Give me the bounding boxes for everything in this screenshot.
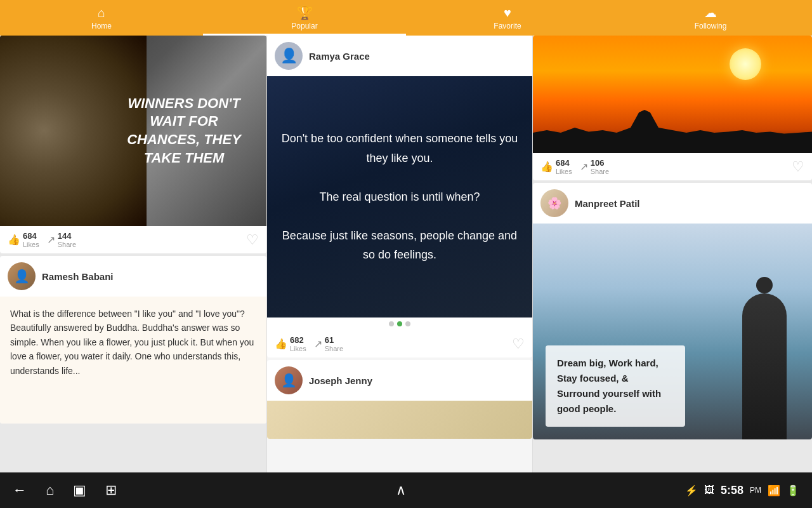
wifi-icon: 📶 <box>768 485 780 497</box>
top-nav: ⌂ Home 🏆 Popular ♥ Favorite ☁ Following <box>0 0 812 36</box>
sunset-shares: ↗ 106 Share <box>580 158 609 175</box>
ramesh-quote-text: What is the difference between "I like y… <box>10 309 254 376</box>
nav-favorite[interactable]: ♥ Favorite <box>406 0 609 36</box>
ramesh-header: 👤 Ramesh Babani <box>0 256 266 297</box>
ramya-card: 👤 Ramya Grace Don't be too confident whe… <box>267 36 532 358</box>
ramya-likes-label: Likes <box>290 345 306 352</box>
lion-image: WINNERS DON'T WAIT FOR CHANCES, THEY TAK… <box>0 36 266 226</box>
sunset-shares-count: 106 <box>591 158 609 168</box>
ramya-shares: ↗ 61 Share <box>314 335 343 352</box>
ramya-stats: 👍 682 Likes ↗ 61 Share ♡ <box>267 330 532 358</box>
expand-button[interactable]: ⊞ <box>105 482 117 498</box>
nav-home[interactable]: ⌂ Home <box>0 0 203 36</box>
nav-popular[interactable]: 🏆 Popular <box>203 0 406 36</box>
image-dots <box>267 318 532 330</box>
recent-apps-button[interactable]: ▣ <box>73 482 86 498</box>
sunset-likes-count: 684 <box>556 158 572 168</box>
manpreet-avatar: 🌸 <box>540 189 568 217</box>
heart-nav-icon: ♥ <box>504 6 511 20</box>
ramesh-username: Ramesh Babani <box>42 271 114 282</box>
main-content: WINNERS DON'T WAIT FOR CHANCES, THEY TAK… <box>0 36 812 472</box>
ramya-username: Ramya Grace <box>309 51 370 62</box>
thumbs-up-icon-3: 👍 <box>540 161 553 173</box>
battery-icon: 🔋 <box>787 485 799 497</box>
usb-icon: ⚡ <box>685 485 698 497</box>
nav-home-label: Home <box>91 22 112 30</box>
dot-2 <box>397 321 402 326</box>
person-silhouette <box>742 293 787 439</box>
dot-3 <box>405 321 410 326</box>
cloud-icon: ☁ <box>704 5 717 20</box>
lion-likes-label: Likes <box>23 241 39 248</box>
lion-stats: 👍 684 Likes ↗ 144 Share ♡ <box>0 226 266 253</box>
thumbs-up-icon: 👍 <box>8 234 20 246</box>
ramya-avatar: 👤 <box>275 42 303 70</box>
status-bar: ⚡ 🖼 5:58 PM 📶 🔋 <box>685 484 799 497</box>
joseph-username: Joseph Jenny <box>309 375 372 386</box>
chevron-up-button[interactable]: ∧ <box>396 482 406 498</box>
joseph-card: 👤 Joseph Jenny <box>267 360 532 439</box>
ramesh-card: 👤 Ramesh Babani What is the difference b… <box>0 256 266 424</box>
lion-shares: ↗ 144 Share <box>47 231 76 248</box>
lion-favorite-button[interactable]: ♡ <box>246 232 259 248</box>
home-icon: ⌂ <box>98 6 105 20</box>
dream-image: Dream big, Work hard, Stay focused, & Su… <box>533 224 812 439</box>
manpreet-username: Manpreet Patil <box>575 198 640 209</box>
lion-likes: 👍 684 Likes <box>8 231 39 248</box>
ramya-favorite-button[interactable]: ♡ <box>512 336 525 352</box>
sunset-stats: 👍 684 Likes ↗ 106 Share ♡ <box>533 153 812 180</box>
person-head <box>756 277 773 293</box>
lion-shares-count: 144 <box>58 231 76 241</box>
lion-likes-count: 684 <box>23 231 39 241</box>
sunset-silhouette <box>533 102 812 153</box>
sunset-shares-label: Share <box>591 168 609 175</box>
dot-1 <box>389 321 394 326</box>
nav-following[interactable]: ☁ Following <box>609 0 812 36</box>
ramya-quote-image: Don't be too confident when someone tell… <box>267 76 532 318</box>
manpreet-card: 🌸 Manpreet Patil Dream big, Work hard, S… <box>533 183 812 439</box>
joseph-header: 👤 Joseph Jenny <box>267 360 532 401</box>
lion-quote-text: WINNERS DON'T WAIT FOR CHANCES, THEY TAK… <box>114 95 254 167</box>
manpreet-header: 🌸 Manpreet Patil <box>533 183 812 224</box>
bottom-nav: ← ⌂ ▣ ⊞ ∧ ⚡ 🖼 5:58 PM 📶 🔋 <box>0 472 812 508</box>
sunset-favorite-button[interactable]: ♡ <box>792 159 804 175</box>
left-column: WINNERS DON'T WAIT FOR CHANCES, THEY TAK… <box>0 36 266 472</box>
joseph-avatar: 👤 <box>275 366 303 394</box>
moon <box>730 48 761 80</box>
sunset-card: 👍 684 Likes ↗ 106 Share ♡ <box>533 36 812 180</box>
ramya-header: 👤 Ramya Grace <box>267 36 532 76</box>
home-button[interactable]: ⌂ <box>46 482 54 498</box>
ramya-shares-count: 61 <box>325 335 343 345</box>
ramya-quote-text: Don't be too confident when someone tell… <box>280 129 520 265</box>
sunset-image <box>533 36 812 153</box>
nav-following-label: Following <box>695 22 727 30</box>
ramya-shares-label: Share <box>325 345 343 352</box>
screenshot-icon: 🖼 <box>704 485 714 496</box>
lion-shares-label: Share <box>58 241 76 248</box>
sunset-likes-label: Likes <box>556 168 572 175</box>
share-icon-2: ↗ <box>314 338 322 350</box>
nav-favorite-label: Favorite <box>494 22 521 30</box>
lion-quote-card: WINNERS DON'T WAIT FOR CHANCES, THEY TAK… <box>0 36 266 253</box>
trophy-icon: 🏆 <box>297 5 313 20</box>
mid-column: 👤 Ramya Grace Don't be too confident whe… <box>266 36 533 472</box>
ramesh-quote: What is the difference between "I like y… <box>0 297 266 424</box>
back-button[interactable]: ← <box>13 482 27 498</box>
system-nav-buttons: ← ⌂ ▣ ⊞ <box>13 482 117 498</box>
ramya-likes: 👍 682 Likes <box>275 335 306 352</box>
ramesh-avatar: 👤 <box>8 262 36 290</box>
nav-popular-label: Popular <box>291 22 317 30</box>
thumbs-up-icon-2: 👍 <box>275 338 287 350</box>
sunset-likes: 👍 684 Likes <box>540 158 572 175</box>
share-icon: ↗ <box>47 234 55 246</box>
clock: 5:58 <box>721 484 743 497</box>
share-icon-3: ↗ <box>580 161 588 173</box>
joseph-image-preview <box>267 401 532 439</box>
right-column: 👍 684 Likes ↗ 106 Share ♡ <box>533 36 812 472</box>
ampm: PM <box>750 486 761 495</box>
ramya-likes-count: 682 <box>290 335 306 345</box>
dream-text: Dream big, Work hard, Stay focused, & Su… <box>546 345 685 427</box>
